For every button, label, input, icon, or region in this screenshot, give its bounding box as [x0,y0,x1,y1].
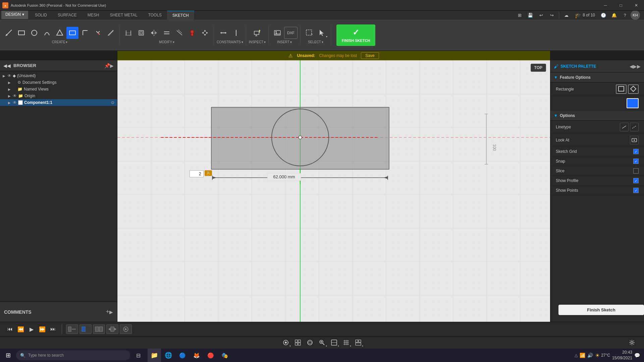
linetype-icon-btn[interactable] [620,123,629,131]
tab-tools[interactable]: TOOLS [143,10,167,20]
tree-item-component[interactable]: ▶ 👁 Component1:1 ⊙ [0,99,117,106]
create-dropdown-icon[interactable]: ▾ [66,40,67,44]
rect-option-diamond-btn[interactable] [628,84,639,94]
show-points-checkbox[interactable]: ✓ [633,188,639,193]
polygon-tool-btn[interactable] [54,27,66,39]
grid-toggle-btn[interactable] [292,337,303,348]
start-btn[interactable]: ⊞ [0,349,16,362]
anim-tool-4[interactable] [106,324,118,334]
sketch-dimension-input[interactable]: 2 [190,170,204,177]
sketch-grid-checkbox[interactable]: ✓ [633,149,639,154]
circle-tool-btn[interactable] [28,27,40,39]
tab-surface[interactable]: SURFACE [52,10,82,20]
display-mode-btn[interactable]: ▾ [329,337,339,348]
modify-dropdown-icon[interactable]: ▾ [173,40,174,44]
chrome-btn[interactable]: 🌐 [162,349,175,362]
save-btn[interactable]: Save [361,52,379,59]
tree-item-doc-settings[interactable]: ▶ ⚙ Document Settings [0,79,117,86]
rectangle-tool-btn[interactable] [15,27,28,39]
show-desktop-arrow-btn[interactable]: △ [575,353,578,358]
rect-active-btn[interactable] [627,98,639,108]
skip-back-btn[interactable]: ⏮ [5,324,15,334]
volume-icon-btn[interactable]: 🔊 [587,353,593,358]
cloud-save-icon-btn[interactable]: 💾 [525,10,535,20]
sketch-dimension-btn[interactable] [122,27,135,39]
chrome-alt-btn[interactable]: 🔵 [176,349,189,362]
next-frame-btn[interactable]: ⏩ [38,324,47,334]
cloud-icon-btn[interactable]: ☁ [561,10,571,20]
grid-lines-btn[interactable]: ▾ [341,337,352,348]
move-copy-btn[interactable] [199,27,211,39]
select-cursor-btn[interactable]: ▾ [316,27,328,39]
vertical-constraint-btn[interactable] [230,27,242,39]
palette-finish-sketch-btn[interactable]: Finish Sketch [558,305,644,315]
insert-image-btn[interactable] [271,27,283,39]
anim-tool-3[interactable] [93,324,105,334]
notification-icon-btn[interactable]: 🔔 [609,10,619,20]
fix-btn[interactable] [186,27,198,39]
tree-item-origin[interactable]: ▶ 👁 📁 Origin [0,93,117,99]
finish-sketch-btn[interactable]: ✓ FINISH SKETCH [336,24,375,46]
play-btn[interactable]: ▶ [27,324,36,334]
feature-options-header[interactable]: ▼ Feature Options [550,72,644,82]
select-dropdown-icon[interactable]: ▾ [322,40,323,44]
insert-dropdown-icon[interactable]: ▾ [290,40,292,44]
look-at-btn[interactable] [630,136,639,144]
tree-item-named-views[interactable]: ▶ 📁 Named Views [0,86,117,93]
constraints-dropdown-icon[interactable]: ▾ [241,40,243,44]
app5-btn[interactable]: 🎭 [218,349,231,362]
equal-constraint-btn[interactable] [161,27,173,39]
zoom-btn[interactable]: ▾ [317,337,327,348]
line-tool-btn[interactable] [3,27,15,39]
palette-collapse-left-btn[interactable]: ◀ [630,64,633,69]
maximize-btn[interactable]: □ [613,0,629,11]
canvas-settings-btn[interactable] [627,337,637,348]
network-icon-btn[interactable]: 📶 [580,353,585,358]
task-view-btn[interactable]: ⊟ [131,349,145,362]
app3-btn[interactable]: 🦊 [190,349,203,362]
inspect-btn[interactable] [251,27,263,39]
snap-toggle-btn[interactable]: ▾ [280,337,291,348]
anim-tool-5[interactable] [120,324,132,334]
show-profile-checkbox[interactable]: ✓ [633,178,639,183]
orbit-btn[interactable] [305,337,315,348]
rectangle-center-tool-btn[interactable] [66,27,78,39]
mirror-btn[interactable] [148,27,160,39]
user-avatar[interactable]: KH [631,10,640,20]
tree-vis-icon[interactable]: 👁 [13,100,17,105]
tab-solid[interactable]: SOLID [30,10,52,20]
tab-mesh[interactable]: MESH [82,10,105,20]
parallel-btn[interactable] [173,27,185,39]
offset-tool-btn[interactable] [105,27,117,39]
tree-vis-icon[interactable]: 👁 [7,73,11,78]
tab-sketch[interactable]: SKETCH [167,10,194,20]
close-btn[interactable]: ✕ [629,0,644,11]
linetype-alt-btn[interactable] [630,123,639,131]
inspect-dropdown-icon[interactable]: ▾ [264,40,266,44]
help-icon-btn[interactable]: ? [620,10,630,20]
tree-item-unsaved[interactable]: ▶ 👁 ◆ (Unsaved) [0,72,117,79]
grid-icon-btn[interactable]: ⊞ [515,10,525,20]
viewport-btn[interactable]: ▾ [353,337,364,348]
tree-vis-icon[interactable]: 👁 [13,94,17,98]
insert-dxf-btn[interactable]: DXF [284,27,298,39]
tab-sheet-metal[interactable]: SHEET METAL [104,10,143,20]
file-explorer-btn[interactable]: 📁 [148,349,161,362]
add-comment-btn[interactable]: + [106,308,109,315]
prev-frame-btn[interactable]: ⏪ [16,324,25,334]
options-header[interactable]: ▼ Options [550,111,644,121]
skip-forward-btn[interactable]: ⏭ [48,324,58,334]
undo-btn[interactable]: ↩ [536,10,546,20]
app4-btn[interactable]: 🔴 [204,349,217,362]
minimize-btn[interactable]: ─ [598,0,613,11]
select-btn[interactable] [303,27,315,39]
rect-option-corner-btn[interactable] [616,84,627,94]
arc-tool-btn[interactable] [41,27,53,39]
slice-checkbox[interactable] [633,168,639,174]
clock-icon-btn[interactable]: 🕐 [598,10,608,20]
taskbar-search-box[interactable]: 🔍 Type here to search [16,350,130,360]
notification-center-btn[interactable]: 💬 [634,353,640,358]
horizontal-constraint-btn[interactable] [217,27,229,39]
palette-pin-btn[interactable]: ▶▶ [633,64,641,69]
project-btn[interactable] [135,27,147,39]
